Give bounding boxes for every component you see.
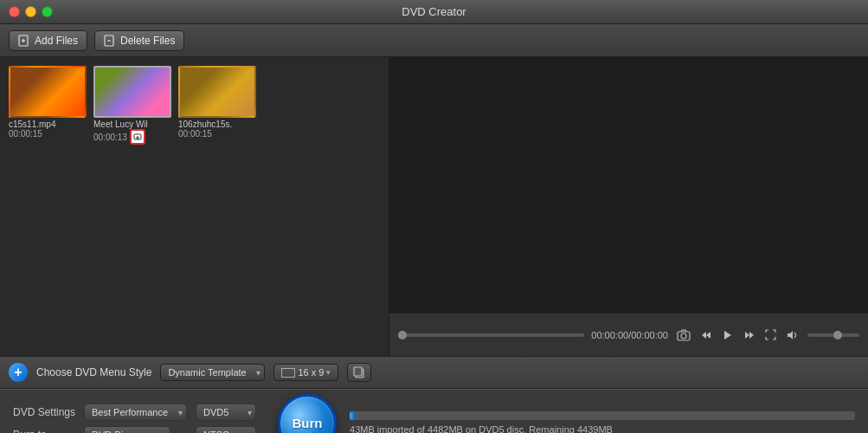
preview-controls: 00:00:00/00:00:00 [389, 313, 868, 356]
preview-panel: 00:00:00/00:00:00 [389, 57, 868, 356]
svg-marker-15 [788, 331, 793, 339]
svg-marker-14 [749, 332, 754, 339]
add-menu-button[interactable]: + [9, 363, 28, 382]
chapter-button[interactable] [130, 129, 145, 145]
volume-icon [787, 330, 799, 340]
burn-target-select[interactable]: DVD Disc ISO File DVD Folder [84, 426, 170, 434]
burn-progress-bar [350, 411, 855, 420]
fast-forward-icon [744, 330, 755, 340]
fullscreen-icon [765, 329, 776, 340]
volume-button[interactable] [785, 328, 800, 342]
standard-select[interactable]: NTSC PAL [196, 426, 256, 434]
file-grid: c15s11.mp4 00:00:15 Meet Lucy Wil 00:00:… [9, 66, 380, 145]
file-thumbnail [9, 66, 87, 118]
choose-style-label: Choose DVD Menu Style [36, 366, 151, 378]
maximize-button[interactable] [42, 6, 53, 17]
svg-marker-11 [702, 332, 706, 339]
chapter-icon [133, 132, 142, 141]
svg-marker-10 [706, 332, 710, 339]
toolbar: Add Files Delete Files [0, 24, 868, 57]
rewind-button[interactable] [699, 328, 713, 342]
status-text: 43MB imported of 4482MB on DVD5 disc. Re… [350, 424, 855, 433]
play-icon [722, 329, 734, 341]
copy-button[interactable] [347, 363, 371, 382]
file-duration: 00:00:15 [9, 129, 87, 139]
delete-files-icon [104, 35, 116, 47]
burn-progress-fill [350, 411, 355, 420]
disc-type-select-wrapper: DVD5 DVD9 [196, 404, 256, 421]
svg-rect-17 [354, 367, 362, 376]
template-select-wrapper: Dynamic Template [160, 364, 265, 381]
playback-progress[interactable] [398, 333, 584, 337]
delete-files-button[interactable]: Delete Files [94, 30, 184, 51]
time-display: 00:00:00/00:00:00 [591, 330, 668, 340]
aspect-chevron: ▾ [326, 368, 331, 377]
file-name: c15s11.mp4 [9, 120, 87, 129]
disc-type-select[interactable]: DVD5 DVD9 [196, 404, 256, 421]
svg-marker-12 [724, 331, 731, 339]
fast-forward-button[interactable] [743, 328, 756, 342]
settings-bar: DVD Settings Best Performance High Quali… [0, 389, 868, 433]
performance-select-wrapper: Best Performance High Quality Standard [84, 404, 187, 421]
file-name: Meet Lucy Wil [93, 120, 171, 129]
play-button[interactable] [720, 327, 736, 343]
add-files-icon [18, 35, 30, 47]
settings-grid: DVD Settings Best Performance High Quali… [13, 404, 265, 434]
burn-to-label: Burn to [13, 429, 75, 434]
camera-icon [677, 329, 691, 341]
close-button[interactable] [9, 6, 20, 17]
minimize-button[interactable] [25, 6, 36, 17]
template-select[interactable]: Dynamic Template [160, 364, 265, 381]
burn-target-select-wrapper: DVD Disc ISO File DVD Folder [84, 426, 187, 434]
aspect-ratio-button[interactable]: 16 x 9 ▾ [273, 364, 338, 381]
file-name: 106zhuhc15s. [178, 120, 256, 129]
file-duration: 00:00:13 [93, 129, 171, 145]
add-files-button[interactable]: Add Files [9, 30, 87, 51]
dvd-settings-label: DVD Settings [13, 406, 75, 418]
progress-thumb [398, 331, 407, 339]
file-thumbnail [178, 66, 256, 118]
copy-icon [353, 366, 365, 378]
status-section: 43MB imported of 4482MB on DVD5 disc. Re… [350, 411, 855, 433]
volume-thumb [833, 331, 842, 339]
burn-button[interactable]: Burn [278, 394, 337, 434]
rewind-icon [701, 330, 711, 340]
performance-select[interactable]: Best Performance High Quality Standard [84, 404, 187, 421]
main-content: c15s11.mp4 00:00:15 Meet Lucy Wil 00:00:… [0, 57, 868, 356]
file-thumbnail [93, 66, 171, 118]
app-title: DVD Creator [402, 5, 466, 18]
standard-select-wrapper: NTSC PAL [196, 426, 256, 434]
preview-area [389, 57, 868, 313]
titlebar: DVD Creator [0, 0, 868, 24]
fullscreen-button[interactable] [763, 327, 778, 342]
file-duration: 00:00:15 [178, 129, 256, 139]
volume-slider[interactable] [807, 333, 859, 337]
svg-marker-13 [745, 332, 749, 339]
list-item[interactable]: c15s11.mp4 00:00:15 [9, 66, 87, 145]
menu-bar: + Choose DVD Menu Style Dynamic Template… [0, 356, 868, 389]
list-item[interactable]: Meet Lucy Wil 00:00:13 [93, 66, 171, 145]
file-panel: c15s11.mp4 00:00:15 Meet Lucy Wil 00:00:… [0, 57, 389, 356]
window-controls [9, 6, 53, 17]
aspect-icon [281, 368, 295, 378]
svg-point-9 [681, 333, 686, 339]
screenshot-button[interactable] [675, 327, 692, 343]
list-item[interactable]: 106zhuhc15s. 00:00:15 [178, 66, 256, 145]
